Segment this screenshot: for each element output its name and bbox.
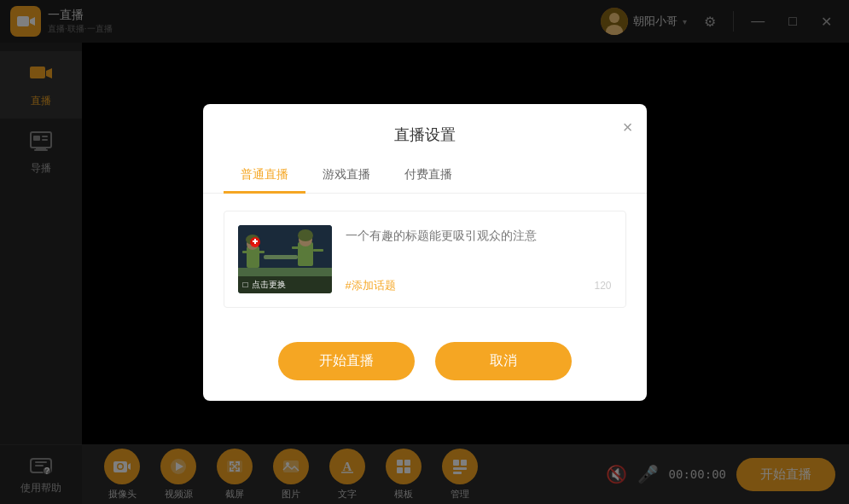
svg-point-50: [298, 229, 313, 241]
svg-rect-44: [258, 251, 265, 253]
thumbnail-overlay: □ 点击更换: [238, 276, 332, 293]
modal-tabs: 普通直播 游戏直播 付费直播: [203, 159, 647, 194]
thumbnail-overlay-icon: □: [243, 280, 248, 289]
svg-rect-48: [292, 246, 300, 249]
live-title-input[interactable]: [346, 225, 612, 246]
content-right: #添加话题 120: [346, 225, 612, 293]
modal-footer: 开始直播 取消: [203, 325, 647, 401]
live-settings-modal: 直播设置 × 普通直播 游戏直播 付费直播: [203, 104, 647, 401]
svg-rect-51: [264, 255, 298, 259]
svg-rect-54: [254, 239, 256, 244]
tag-row: #添加话题 120: [346, 278, 612, 293]
modal-cancel-button[interactable]: 取消: [435, 342, 572, 380]
modal-body: □ 点击更换 #添加话题 120: [203, 194, 647, 325]
content-area: □ 点击更换 #添加话题 120: [224, 211, 626, 308]
thumbnail[interactable]: □ 点击更换: [238, 225, 332, 293]
modal-title: 直播设置: [203, 104, 647, 159]
svg-rect-43: [242, 251, 249, 253]
tab-game[interactable]: 游戏直播: [305, 159, 387, 194]
tab-normal[interactable]: 普通直播: [224, 159, 305, 194]
modal-start-button[interactable]: 开始直播: [278, 342, 415, 380]
tab-paid[interactable]: 付费直播: [387, 159, 469, 194]
thumbnail-overlay-text: 点击更换: [252, 279, 286, 291]
svg-rect-49: [313, 249, 323, 252]
modal-close-button[interactable]: ×: [623, 118, 633, 137]
char-count: 120: [594, 280, 611, 292]
modal-overlay: 直播设置 × 普通直播 游戏直播 付费直播: [0, 0, 849, 504]
add-tag-button[interactable]: #添加话题: [346, 278, 396, 293]
